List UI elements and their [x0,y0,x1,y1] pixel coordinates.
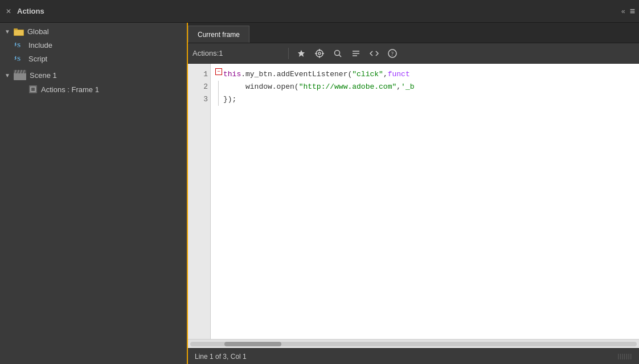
global-section: ▼ Global S Include [0,25,187,65]
tab-current-frame[interactable]: Current frame [188,26,249,43]
sidebar: ▼ Global S Include [0,23,188,364]
code-view-icon[interactable] [366,46,382,61]
actions-frame-label: Actions : Frame 1 [41,85,99,94]
code-line-2: window.open("http://www.adobe.com", '_b [215,81,639,93]
title-bar-left: ✕ Actions [5,7,44,15]
pin-icon[interactable] [293,46,309,61]
editor-scrollbar[interactable] [188,339,639,348]
code-content[interactable]: −this.my_btn.addEventListener("click", f… [211,64,639,339]
svg-text:?: ? [391,51,394,57]
code-text-3a: }); [223,93,236,106]
code-text-1a: .my_btn.addEventListener( [241,68,352,81]
global-label: Global [27,27,49,36]
code-comma-1: , [383,68,388,81]
list-icon[interactable] [348,46,364,61]
actions-count: Actions:1 [192,49,284,57]
code-string-url: "http://www.adobe.com" [299,81,397,93]
close-button[interactable]: ✕ [5,7,13,15]
code-keyword-this: this [223,68,241,81]
help-icon[interactable]: ? [384,46,400,61]
indent-line-end [218,93,219,106]
sidebar-item-global[interactable]: ▼ Global [0,25,187,38]
toolbar-separator [288,48,289,59]
tab-bar: Current frame [188,23,639,43]
panel-title: Actions [17,7,44,15]
panel-menu-icon[interactable]: ≡ [630,6,634,16]
svg-rect-5 [14,72,26,80]
svg-point-15 [318,52,321,55]
sidebar-item-actions-frame[interactable]: Actions : Frame 1 [0,82,187,96]
code-comma-2: , [396,81,401,93]
scene-icon [14,70,26,80]
main-layout: ▼ Global S Include [0,23,639,364]
scrollbar-thumb[interactable] [224,342,281,346]
code-func-text: funct [388,68,410,81]
code-line-1: −this.my_btn.addEventListener("click", f… [215,68,639,81]
indent-line [218,81,219,93]
title-bar: ✕ Actions « ≡ [0,0,639,23]
svg-rect-2 [14,30,23,35]
sidebar-item-scene1[interactable]: ▼ Scene 1 [0,68,187,82]
chevron-down-icon-scene: ▼ [5,72,10,78]
svg-text:S: S [17,42,21,48]
code-text-2a: window.open( [223,81,299,93]
svg-point-20 [335,50,340,55]
frame-icon [28,85,38,94]
line-numbers: 1 2 3 [188,64,211,339]
sidebar-item-script[interactable]: S Script [0,52,187,65]
code-editor[interactable]: 1 2 3 −this.my_btn.addEventListener("cli… [188,64,639,339]
collapse-panel-icon[interactable]: « [621,7,625,15]
code-line-3: }); [215,93,639,106]
collapse-button[interactable]: − [215,68,222,75]
svg-rect-1 [14,28,18,30]
svg-rect-13 [31,88,35,91]
svg-line-21 [339,55,342,57]
code-string-click: "click" [352,68,383,81]
scene1-label: Scene 1 [30,71,57,80]
scene-section: ▼ Scene 1 [0,68,187,96]
editor-toolbar: Actions:1 [188,43,639,64]
sidebar-item-include[interactable]: S Include [0,38,187,52]
status-bar: Line 1 of 3, Col 1 ||||||| [188,348,639,364]
cursor-position: Line 1 of 3, Col 1 [195,353,247,361]
search-icon[interactable] [330,46,346,61]
chevron-down-icon: ▼ [5,28,10,35]
script-label: Script [28,55,47,63]
target-icon[interactable] [312,46,327,61]
scrollbar-track[interactable] [190,342,637,346]
resize-handle-icon[interactable]: ||||||| [618,353,632,359]
content-area: Current frame Actions:1 [188,23,639,364]
folder-icon [14,28,24,36]
include-label: Include [28,41,52,49]
include-script-icon: S [14,40,25,49]
script-icon: S [14,54,25,63]
code-string-blank: '_b [401,81,414,93]
svg-text:S: S [17,55,21,62]
